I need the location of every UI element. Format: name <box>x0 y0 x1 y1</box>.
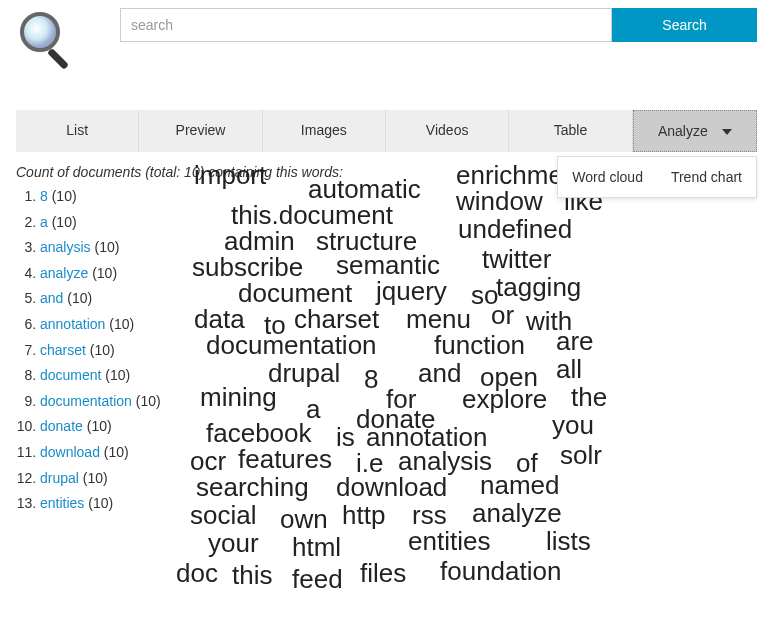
tabs: List Preview Images Videos Table Analyze <box>16 110 757 152</box>
list-item: analysis (10) <box>40 235 176 261</box>
tab-table[interactable]: Table <box>509 110 632 152</box>
list-item: and (10) <box>40 286 176 312</box>
word-count: (10) <box>91 239 120 255</box>
tab-analyze[interactable]: Analyze <box>633 110 757 152</box>
word-link[interactable]: documentation <box>40 393 132 409</box>
word-count: (10) <box>63 290 92 306</box>
word-link[interactable]: donate <box>40 418 83 434</box>
cloud-word[interactable]: doc <box>176 558 218 589</box>
cloud-word[interactable]: documentation <box>206 330 377 361</box>
list-item: charset (10) <box>40 338 176 364</box>
word-count: (10) <box>88 265 117 281</box>
cloud-word[interactable]: files <box>360 558 406 589</box>
word-count: (10) <box>132 393 161 409</box>
dropdown-word-cloud[interactable]: Word cloud <box>558 165 657 189</box>
cloud-word[interactable]: solr <box>560 440 602 471</box>
cloud-word[interactable]: undefined <box>458 214 572 245</box>
cloud-word[interactable]: analyze <box>472 498 562 529</box>
list-item: donate (10) <box>40 414 176 440</box>
cloud-word[interactable]: the <box>571 382 607 413</box>
cloud-word[interactable]: twitter <box>482 244 551 275</box>
cloud-word[interactable]: drupal <box>268 358 340 389</box>
cloud-word[interactable]: tagging <box>496 272 581 303</box>
cloud-word[interactable]: and <box>418 358 461 389</box>
word-link[interactable]: analyze <box>40 265 88 281</box>
cloud-word[interactable]: jquery <box>376 276 447 307</box>
search-input[interactable] <box>120 8 612 42</box>
cloud-word[interactable]: function <box>434 330 525 361</box>
cloud-word[interactable]: lists <box>546 526 591 557</box>
word-link[interactable]: and <box>40 290 63 306</box>
list-item: document (10) <box>40 363 176 389</box>
cloud-word[interactable]: you <box>552 410 594 441</box>
cloud-word[interactable]: social <box>190 500 256 531</box>
cloud-word[interactable]: features <box>238 444 332 475</box>
word-link[interactable]: a <box>40 214 48 230</box>
word-link[interactable]: document <box>40 367 101 383</box>
cloud-word[interactable]: all <box>556 354 582 385</box>
analyze-dropdown: Word cloud Trend chart <box>557 156 757 198</box>
cloud-word[interactable]: searching <box>196 472 309 503</box>
word-link[interactable]: analysis <box>40 239 91 255</box>
count-title: Count of documents (total: 10) containin… <box>16 164 176 180</box>
word-link[interactable]: entities <box>40 495 84 511</box>
cloud-word[interactable]: is <box>336 422 355 453</box>
word-count: (10) <box>48 214 77 230</box>
cloud-word[interactable]: explore <box>462 384 547 415</box>
list-item: documentation (10) <box>40 389 176 415</box>
tab-preview[interactable]: Preview <box>139 110 262 152</box>
word-count: (10) <box>83 418 112 434</box>
cloud-word[interactable]: window <box>456 186 543 217</box>
tab-list[interactable]: List <box>16 110 139 152</box>
cloud-word[interactable]: named <box>480 470 560 501</box>
list-item: download (10) <box>40 440 176 466</box>
word-count: (10) <box>100 444 129 460</box>
chevron-down-icon <box>722 129 732 135</box>
word-count: (10) <box>79 470 108 486</box>
word-link[interactable]: 8 <box>40 188 48 204</box>
tab-images[interactable]: Images <box>263 110 386 152</box>
cloud-word[interactable]: this <box>232 560 272 591</box>
list-item: a (10) <box>40 210 176 236</box>
list-item: 8 (10) <box>40 184 176 210</box>
word-cloud: importautomaticenrichmentthis.documentwi… <box>176 160 757 600</box>
cloud-word[interactable]: your <box>208 528 259 559</box>
dropdown-trend-chart[interactable]: Trend chart <box>657 165 756 189</box>
word-link[interactable]: download <box>40 444 100 460</box>
word-count: (10) <box>105 316 134 332</box>
list-item: analyze (10) <box>40 261 176 287</box>
word-count: (10) <box>48 188 77 204</box>
word-link[interactable]: charset <box>40 342 86 358</box>
cloud-word[interactable]: import <box>194 160 266 191</box>
word-count: (10) <box>84 495 113 511</box>
word-count: (10) <box>101 367 130 383</box>
svg-rect-1 <box>47 48 69 70</box>
cloud-word[interactable]: http <box>342 500 385 531</box>
cloud-word[interactable]: entities <box>408 526 490 557</box>
cloud-word[interactable]: download <box>336 472 447 503</box>
word-count: (10) <box>86 342 115 358</box>
list-item: annotation (10) <box>40 312 176 338</box>
cloud-word[interactable]: feed <box>292 564 343 595</box>
search-button[interactable]: Search <box>612 8 757 42</box>
cloud-word[interactable]: 8 <box>364 364 378 395</box>
list-item: entities (10) <box>40 491 176 517</box>
word-list: 8 (10)a (10)analysis (10)analyze (10)and… <box>16 184 176 517</box>
cloud-word[interactable]: foundation <box>440 556 561 587</box>
cloud-word[interactable]: mining <box>200 382 277 413</box>
list-item: drupal (10) <box>40 466 176 492</box>
word-link[interactable]: annotation <box>40 316 105 332</box>
svg-point-0 <box>22 14 58 50</box>
cloud-word[interactable]: own <box>280 504 328 535</box>
tab-videos[interactable]: Videos <box>386 110 509 152</box>
cloud-word[interactable]: or <box>491 300 514 331</box>
cloud-word[interactable]: are <box>556 326 594 357</box>
magnifier-logo <box>16 8 80 72</box>
cloud-word[interactable]: html <box>292 532 341 563</box>
word-link[interactable]: drupal <box>40 470 79 486</box>
